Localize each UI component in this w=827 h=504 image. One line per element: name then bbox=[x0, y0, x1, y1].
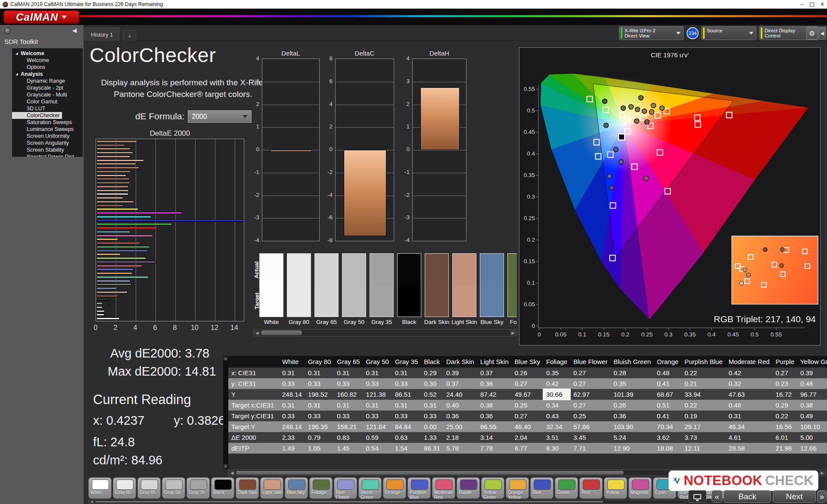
table-cell[interactable]: 0.48 bbox=[654, 367, 681, 378]
table-cell[interactable]: 0.22 bbox=[681, 400, 725, 411]
table-cell[interactable]: 7.71 bbox=[570, 443, 610, 454]
sidebar-item-colorchecker[interactable]: ColorChecker bbox=[12, 112, 62, 119]
table-cell[interactable]: 30.66 bbox=[543, 389, 570, 400]
table-cell[interactable]: 0.27 bbox=[570, 400, 610, 411]
patch-button-white[interactable]: White bbox=[88, 477, 112, 499]
table-cell[interactable]: 0.38 bbox=[797, 400, 827, 411]
table-cell[interactable]: 0.31 bbox=[392, 400, 421, 411]
table-cell[interactable]: 0.41 bbox=[654, 378, 681, 389]
table-cell[interactable]: 86.59 bbox=[477, 421, 512, 432]
meter-count-badge[interactable]: 234 bbox=[687, 27, 699, 39]
table-cell[interactable]: 16.56 bbox=[773, 421, 797, 432]
table-cell[interactable]: 0.31 bbox=[726, 411, 773, 421]
table-cell[interactable]: 3.51 bbox=[543, 432, 570, 443]
table-cell[interactable]: 46.34 bbox=[726, 421, 773, 432]
table-cell[interactable]: 68.67 bbox=[654, 389, 681, 400]
table-cell[interactable]: 0.31 bbox=[305, 400, 334, 411]
table-cell[interactable]: 47.63 bbox=[726, 389, 773, 400]
de-formula-select[interactable]: 2000 bbox=[188, 110, 252, 123]
scroll-up-icon[interactable]: ▲ bbox=[224, 357, 227, 361]
patch-button-blue-flower[interactable]: Blue Flower bbox=[334, 477, 357, 499]
table-cell[interactable]: 0.42 bbox=[543, 378, 570, 389]
table-cell[interactable]: 0.37 bbox=[443, 378, 477, 389]
patch-button-red[interactable]: Red bbox=[579, 477, 603, 499]
table-cell[interactable]: 12.66 bbox=[797, 443, 827, 454]
table-cell[interactable]: 1.54 bbox=[392, 443, 421, 454]
table-cell[interactable]: 0.33 bbox=[392, 378, 421, 389]
patch-button-light-skin[interactable]: Light Skin bbox=[260, 477, 283, 499]
table-cell[interactable]: 2.04 bbox=[512, 432, 543, 443]
table-cell[interactable]: 0.33 bbox=[305, 378, 334, 389]
sidebar-item-3d-lut[interactable]: 3D LUT bbox=[12, 105, 83, 112]
table-cell[interactable]: 0.35 bbox=[543, 367, 570, 378]
patch-button-gray-65[interactable]: Gray 65 bbox=[137, 477, 161, 499]
table-cell[interactable]: 248.14 bbox=[279, 421, 305, 432]
scroll-right-icon[interactable]: ▶ bbox=[819, 470, 825, 475]
sidebar-item-saturation-sweeps[interactable]: Saturation Sweeps bbox=[12, 119, 83, 126]
table-cell[interactable]: 86.51 bbox=[392, 389, 421, 400]
back-button[interactable]: Back bbox=[724, 490, 771, 503]
table-cell[interactable]: 0.31 bbox=[279, 367, 305, 378]
table-cell[interactable]: 0.79 bbox=[305, 432, 334, 443]
table-cell[interactable]: 1.05 bbox=[305, 443, 334, 454]
table-cell[interactable]: 32.34 bbox=[543, 421, 570, 432]
patch-strip-scrollbar[interactable]: ◀ bbox=[88, 500, 685, 504]
table-cell[interactable]: 101.39 bbox=[610, 389, 654, 400]
table-cell[interactable]: 0.25 bbox=[570, 411, 610, 421]
table-cell[interactable]: 0.27 bbox=[570, 378, 610, 389]
patch-button-purplish-blue[interactable]: Purplish Blue bbox=[407, 477, 431, 499]
sidebar-item-screen-angularity[interactable]: Screen Angularity bbox=[12, 140, 83, 146]
table-cell[interactable]: 0.35 bbox=[610, 378, 654, 389]
table-cell[interactable]: 62.97 bbox=[570, 389, 610, 400]
scroll-left-icon[interactable]: ◀ bbox=[254, 330, 260, 336]
nav-last-button[interactable]: » bbox=[817, 490, 827, 503]
table-cell[interactable]: 6.01 bbox=[773, 432, 797, 443]
table-cell[interactable]: 0.31 bbox=[279, 400, 305, 411]
table-cell[interactable]: 0.39 bbox=[797, 367, 827, 378]
patch-button-gray-35[interactable]: Gray 35 bbox=[187, 477, 210, 499]
table-cell[interactable]: 121.84 bbox=[363, 421, 392, 432]
table-cell[interactable]: 1.33 bbox=[421, 432, 443, 443]
patch-button-foliage[interactable]: Foliage bbox=[309, 477, 333, 499]
table-cell[interactable]: 0.42 bbox=[726, 367, 773, 378]
meter-dropdown[interactable]: X-Rite i1Pro 2 Direct View bbox=[619, 26, 684, 40]
table-cell[interactable]: 70.34 bbox=[654, 421, 681, 432]
table-cell[interactable]: 0.27 bbox=[512, 378, 543, 389]
table-cell[interactable]: 3.62 bbox=[654, 432, 681, 443]
table-cell[interactable]: 103.90 bbox=[610, 421, 654, 432]
table-cell[interactable]: 0.31 bbox=[392, 367, 421, 378]
table-cell[interactable]: 196.35 bbox=[305, 421, 334, 432]
table-cell[interactable]: 0.31 bbox=[363, 367, 392, 378]
table-cell[interactable]: 0.36 bbox=[443, 411, 477, 421]
table-cell[interactable]: 7.78 bbox=[477, 443, 512, 454]
patch-button-gray-80[interactable]: Gray 80 bbox=[113, 477, 136, 499]
table-cell[interactable]: 0.41 bbox=[654, 411, 681, 421]
table-cell[interactable]: 0.49 bbox=[797, 411, 827, 421]
table-cell[interactable]: 0.29 bbox=[421, 367, 443, 378]
table-cell[interactable]: 0.52 bbox=[421, 389, 443, 400]
sidebar-item-options[interactable]: Options bbox=[12, 64, 83, 71]
table-cell[interactable]: 4.61 bbox=[726, 432, 773, 443]
table-cell[interactable]: 46.40 bbox=[512, 421, 543, 432]
scroll-right-icon[interactable]: ▶ bbox=[510, 330, 516, 336]
scrollbar-thumb[interactable] bbox=[95, 501, 603, 503]
table-cell[interactable]: 0.33 bbox=[392, 411, 421, 421]
table-cell[interactable]: 0.28 bbox=[610, 367, 654, 378]
table-cell[interactable]: 0.27 bbox=[512, 411, 543, 421]
table-cell[interactable]: 0.31 bbox=[363, 400, 392, 411]
table-cell[interactable]: 29.17 bbox=[681, 421, 725, 432]
table-cell[interactable]: 0.21 bbox=[681, 378, 725, 389]
table-cell[interactable]: 0.36 bbox=[477, 378, 512, 389]
table-cell[interactable]: 0.33 bbox=[363, 378, 392, 389]
patch-button-green[interactable]: Green bbox=[555, 477, 578, 499]
scroll-left-icon[interactable]: ◀ bbox=[229, 470, 235, 475]
table-cell[interactable]: 0.48 bbox=[797, 378, 827, 389]
scrollbar-thumb[interactable] bbox=[236, 471, 624, 475]
patch-button-blue-sky[interactable]: Blue Sky bbox=[285, 477, 308, 499]
display-preview-button[interactable] bbox=[688, 490, 706, 503]
sidebar-item-grayscale-2pt[interactable]: Grayscale - 2pt bbox=[12, 84, 83, 91]
table-cell[interactable]: 16.72 bbox=[773, 389, 797, 400]
table-cell[interactable]: 0.32 bbox=[726, 378, 773, 389]
sidebar-item-screen-uniformity[interactable]: Screen Uniformity bbox=[12, 133, 83, 140]
table-cell[interactable]: 5.78 bbox=[443, 443, 477, 454]
